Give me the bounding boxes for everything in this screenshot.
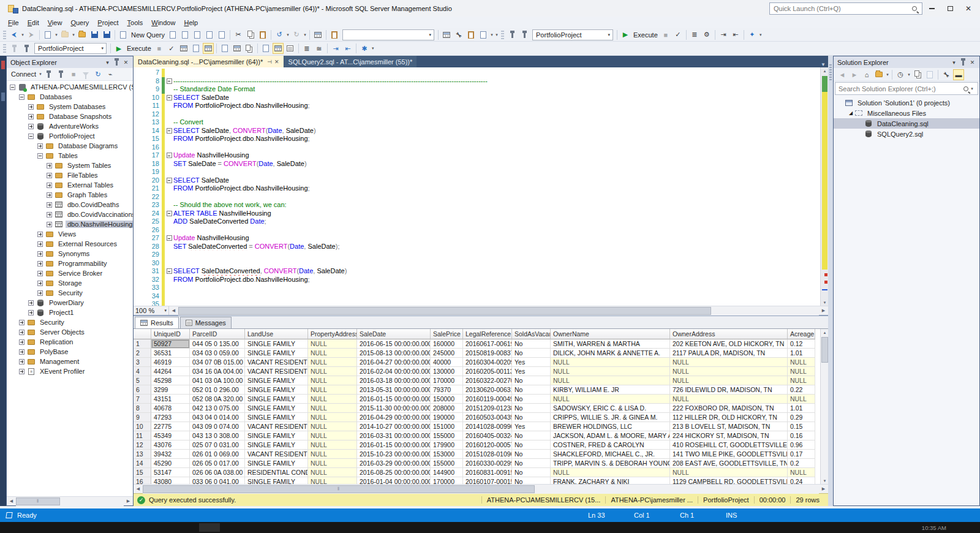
grid-cell[interactable]: NULL xyxy=(308,358,357,367)
grid-cell[interactable]: 410 ROSEHILL CT, GOODLETTSVILLE, TN xyxy=(670,440,788,450)
query-options-icon[interactable]: ⚙︎ xyxy=(701,29,712,40)
code-line[interactable]: 7 xyxy=(134,69,820,77)
stop-icon[interactable] xyxy=(56,69,67,80)
toolbar-grip-2[interactable] xyxy=(501,31,504,39)
grid-cell[interactable]: NULL xyxy=(788,468,815,477)
grid-cell[interactable]: NULL xyxy=(551,395,670,404)
solution-tree-item[interactable]: Solution 'Solution1' (0 projects) xyxy=(834,97,979,108)
grid-cell[interactable]: 208 EAST AVE, GOODLETTSVILLE, TN xyxy=(670,459,788,468)
grid-cell[interactable]: SHACKLEFORD, MICHAEL C., JR. xyxy=(551,450,670,459)
grid-cell[interactable]: NULL xyxy=(308,450,357,459)
intellisense-enabled-icon[interactable]: ✦ xyxy=(747,29,758,40)
grid-cell[interactable]: SINGLE FAMILY xyxy=(245,376,308,385)
se-view-dropdown[interactable]: ▾ xyxy=(885,72,890,77)
grid-scroll-left-icon[interactable]: ◀ xyxy=(134,485,143,494)
grid-cell[interactable]: NULL xyxy=(551,468,670,477)
messages-pane-icon[interactable] xyxy=(285,43,296,54)
grid-cell[interactable]: 043 09 0 074.00 xyxy=(190,422,245,431)
parse-icon[interactable]: ✓ xyxy=(166,43,177,54)
collapse-region-icon[interactable] xyxy=(165,127,173,135)
grid-cell[interactable]: No xyxy=(512,349,551,358)
grid-cell[interactable]: No xyxy=(512,468,551,477)
grid-cell[interactable]: No xyxy=(512,413,551,422)
column-header-SalePrice[interactable]: SalePrice xyxy=(431,329,463,339)
include-live-stats-icon[interactable]: ⇤ xyxy=(730,29,741,40)
taskbar-button[interactable] xyxy=(199,523,220,532)
column-header-rownum[interactable] xyxy=(134,329,151,339)
quick-launch-input[interactable]: Quick Launch (Ctrl+Q) xyxy=(769,2,922,15)
grid-cell[interactable]: 2016-01-15 00:00:00.000 xyxy=(357,395,431,404)
new-query-icon[interactable] xyxy=(118,29,129,40)
expander-icon[interactable] xyxy=(18,349,25,355)
grid-cell[interactable]: 22775 xyxy=(151,422,190,431)
grid-cell[interactable]: COSTNER, FRED & CAROLYN xyxy=(551,440,670,450)
document-list-dropdown-icon[interactable]: ▼ xyxy=(821,62,826,67)
expander-icon[interactable] xyxy=(18,339,25,346)
editor-scrollbar-map[interactable]: ▲ ▼ xyxy=(820,67,828,306)
grid-cell[interactable]: 245000 xyxy=(431,349,463,358)
expander-icon[interactable] xyxy=(37,260,43,267)
grid-cell[interactable]: SMITH, WARREN & MARTHA xyxy=(551,339,670,349)
tree-item[interactable]: ATHENA-PC\JAMESMILLERCV (SQL Se xyxy=(7,82,133,92)
grid-cell[interactable]: 8 xyxy=(134,404,151,413)
grid-cell[interactable]: 0.29 xyxy=(788,413,815,422)
grid-cell[interactable]: 2016-04-27 00:00:00.000 xyxy=(357,358,431,367)
grid-cell[interactable]: NULL xyxy=(308,413,357,422)
tree-item[interactable]: Service Broker xyxy=(7,268,133,278)
menu-item-tools[interactable]: Tools xyxy=(123,18,148,28)
grid-cell[interactable]: 3 xyxy=(134,358,151,367)
code-line[interactable]: 29 xyxy=(134,251,820,259)
grid-cell[interactable]: VACANT RESIDENTIAL LA... xyxy=(245,358,308,367)
collapse-region-icon[interactable] xyxy=(165,234,173,243)
pin-layout-icon[interactable] xyxy=(507,29,518,40)
grid-cell[interactable]: 0.15 xyxy=(788,422,815,431)
code-line[interactable]: 25ADD SaleDateConverted Date; xyxy=(134,217,820,226)
grid-cell[interactable]: 034 03 0 059.00 xyxy=(190,349,245,358)
redo-dropdown[interactable]: ▾ xyxy=(303,32,307,37)
expander-icon[interactable] xyxy=(46,211,53,218)
grid-cell[interactable]: SINGLE FAMILY xyxy=(245,440,308,450)
connect-button[interactable]: Connect xyxy=(11,70,36,78)
available-databases-combo-top[interactable]: PortfolioProject▾ xyxy=(532,29,613,40)
grid-cell[interactable]: 2016-08-25 00:00:00.000 xyxy=(357,468,431,477)
grid-cell[interactable]: 20160120-00057... xyxy=(463,440,512,450)
cancel-query-icon-top[interactable]: ■ xyxy=(660,29,671,40)
menu-item-file[interactable]: File xyxy=(4,18,23,28)
code-line[interactable]: 17Update NashvilleHousing xyxy=(134,151,820,160)
expander-icon[interactable] xyxy=(46,192,53,198)
tab-results[interactable]: Results xyxy=(135,317,179,328)
new-file-icon[interactable] xyxy=(42,29,53,40)
expander-icon[interactable] xyxy=(46,221,53,228)
mdx-query-icon[interactable] xyxy=(179,29,190,40)
grid-cell[interactable]: 2016-01-15 00:00:00.000 xyxy=(357,440,431,450)
grid-cell[interactable]: NULL xyxy=(670,358,788,367)
grid-cell[interactable]: SINGLE FAMILY xyxy=(245,477,308,484)
grid-cell[interactable]: 155000 xyxy=(431,431,463,440)
expander-icon[interactable] xyxy=(28,300,34,306)
command-window-dropdown[interactable]: ▾ xyxy=(489,32,494,37)
code-line[interactable]: 12 xyxy=(134,110,820,119)
code-line[interactable]: 33 xyxy=(134,284,820,292)
grid-cell[interactable]: 16 xyxy=(134,477,151,484)
grid-cell[interactable]: 2016-03-18 00:00:00.000 xyxy=(357,376,431,385)
restore-button[interactable] xyxy=(941,2,959,15)
tree-item[interactable]: Synonyms xyxy=(7,249,133,259)
code-line[interactable]: 20SELECT SaleDate xyxy=(134,176,820,185)
solution-tree-item[interactable]: DataCleaning.sql xyxy=(834,118,979,129)
grid-cell[interactable]: 47293 xyxy=(151,413,190,422)
disconnect-icon[interactable] xyxy=(43,69,55,80)
grid-cell[interactable]: No xyxy=(512,440,551,450)
grid-cell[interactable]: 3299 xyxy=(151,385,190,395)
window-position-icon[interactable]: ▾ xyxy=(103,58,112,67)
grid-cell[interactable]: 026 06 0A 038.00 xyxy=(190,468,245,477)
grid-cell[interactable]: 20160119-00049... xyxy=(463,395,512,404)
toolbar-overflow-2[interactable]: ▾ xyxy=(758,32,763,37)
code-line[interactable]: 22 xyxy=(134,193,820,202)
filter-icon[interactable] xyxy=(80,69,91,80)
grid-cell[interactable]: 044 05 0 135.00 xyxy=(190,339,245,349)
grid-cell[interactable]: KIRBY, WILLIAM E. JR xyxy=(551,385,670,395)
connect-dropdown[interactable]: ▾ xyxy=(38,72,43,77)
grid-cell[interactable]: VACANT RESIDENTIAL LA... xyxy=(245,450,308,459)
expander-icon[interactable] xyxy=(37,153,43,159)
add-item-dropdown[interactable]: ▾ xyxy=(71,32,76,37)
